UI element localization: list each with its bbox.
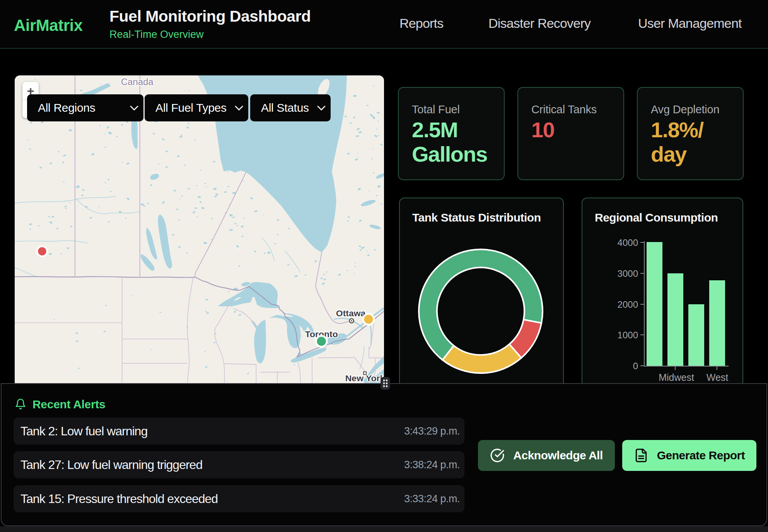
svg-text:Ottawa: Ottawa — [336, 308, 366, 318]
svg-text:1000: 1000 — [618, 330, 638, 340]
svg-text:Midwest: Midwest — [659, 372, 694, 383]
svg-text:Canada: Canada — [121, 77, 154, 87]
svg-text:4000: 4000 — [618, 237, 638, 248]
svg-text:3000: 3000 — [618, 268, 638, 279]
svg-text:2000: 2000 — [618, 299, 638, 310]
svg-text:West: West — [707, 372, 729, 383]
svg-text:0: 0 — [633, 361, 638, 371]
